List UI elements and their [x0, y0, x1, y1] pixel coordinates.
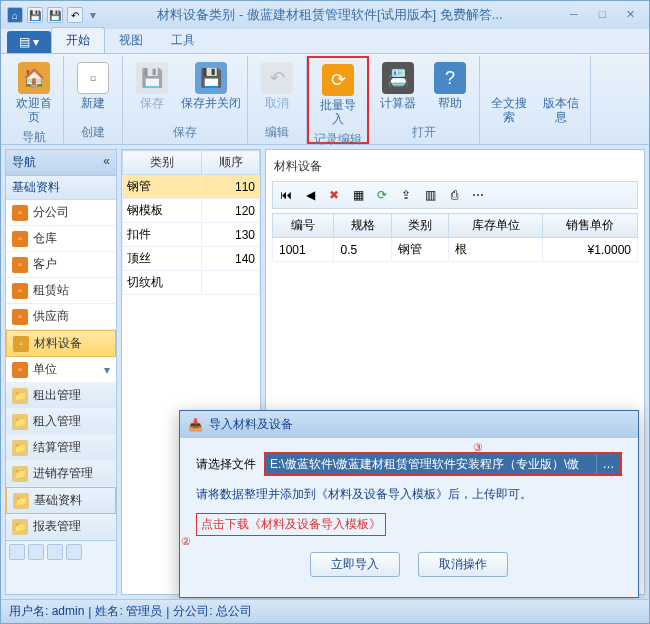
- sidebar-item[interactable]: ▫材料设备: [6, 330, 116, 357]
- status-user: 用户名: admin: [9, 603, 84, 620]
- quick-access-toolbar: ⌂ 💾 💾 ↶ ▾: [7, 7, 99, 23]
- sidebar-item-label: 进销存管理: [33, 465, 93, 482]
- file-path-input[interactable]: [266, 454, 596, 474]
- export-icon[interactable]: ⇪: [396, 185, 416, 205]
- new-button[interactable]: ▫新建: [68, 58, 118, 114]
- ribbon-tabs: ▤ ▾ 开始 视图 工具: [1, 29, 649, 53]
- ribbon-group-search: 全文搜索 版本信息: [480, 56, 591, 144]
- download-template-link[interactable]: 点击下载《材料及设备导入模板》: [196, 513, 386, 536]
- cancel-button[interactable]: ↶取消: [252, 58, 302, 114]
- tool-icon[interactable]: [9, 544, 25, 560]
- table-row[interactable]: 1001 0.5 钢管 根 ¥1.0000: [273, 238, 638, 262]
- version-button[interactable]: 版本信息: [536, 58, 586, 128]
- dialog-title: 📥导入材料及设备: [180, 411, 638, 438]
- ribbon: 🏠欢迎首页 导航 ▫新建 创建 💾保存 💾保存并关闭 保存 ↶取消 编辑: [1, 53, 649, 145]
- grid-icon[interactable]: ▦: [348, 185, 368, 205]
- table-row[interactable]: 扣件130: [123, 223, 260, 247]
- folder-icon: 📁: [12, 414, 28, 430]
- columns-icon[interactable]: ▥: [420, 185, 440, 205]
- tool-icon[interactable]: [47, 544, 63, 560]
- sidebar-folder[interactable]: 📁报表管理: [6, 514, 116, 540]
- browse-button[interactable]: …: [596, 454, 620, 474]
- status-branch: 分公司: 总公司: [173, 603, 252, 620]
- undo-icon[interactable]: ↶: [67, 7, 83, 23]
- batch-import-button[interactable]: ⟳批量导入: [313, 60, 363, 130]
- nav-first-icon[interactable]: ⏮: [276, 185, 296, 205]
- tool-icon[interactable]: [66, 544, 82, 560]
- folder-icon: 📁: [12, 519, 28, 535]
- chevron-down-icon: ▾: [104, 363, 110, 377]
- sidebar-folder[interactable]: 📁基础资料: [6, 487, 116, 514]
- sidebar-item-label: 仓库: [33, 230, 57, 247]
- sidebar-folder[interactable]: 📁进销存管理: [6, 461, 116, 487]
- window-title: 材料设备类别 - 傲蓝建材租赁管理软件[试用版本] 免费解答...: [99, 6, 561, 24]
- saveclose-button[interactable]: 💾保存并关闭: [179, 58, 243, 114]
- help-button[interactable]: ?帮助: [425, 58, 475, 114]
- refresh-icon[interactable]: ⟳: [372, 185, 392, 205]
- sidebar-collapse-icon[interactable]: «: [103, 154, 110, 171]
- ribbon-group-save: 💾保存 💾保存并关闭 保存: [123, 56, 248, 144]
- sidebar-folder[interactable]: 📁结算管理: [6, 435, 116, 461]
- maximize-button[interactable]: □: [589, 7, 615, 23]
- table-header-row: 编号 规格 类别 库存单位 销售单价: [273, 214, 638, 238]
- minimize-button[interactable]: ─: [561, 7, 587, 23]
- table-row[interactable]: 钢模板120: [123, 199, 260, 223]
- item-icon: ▫: [12, 231, 28, 247]
- welcome-button[interactable]: 🏠欢迎首页: [9, 58, 59, 128]
- sidebar-item-label: 结算管理: [33, 439, 81, 456]
- item-icon: ▫: [12, 309, 28, 325]
- import-icon: 📥: [188, 418, 203, 432]
- sidebar-item-label: 租出管理: [33, 387, 81, 404]
- tool-icon[interactable]: [28, 544, 44, 560]
- sidebar-item-label: 基础资料: [34, 492, 82, 509]
- save-button[interactable]: 💾保存: [127, 58, 177, 114]
- folder-icon: 📁: [13, 493, 29, 509]
- close-button[interactable]: ✕: [617, 7, 643, 23]
- table-header-row: 类别 顺序: [123, 151, 260, 175]
- sidebar-item[interactable]: ▫单位▾: [6, 357, 116, 383]
- calculator-button[interactable]: 📇计算器: [373, 58, 423, 114]
- col-order[interactable]: 顺序: [202, 151, 260, 175]
- import-ok-button[interactable]: 立即导入: [310, 552, 400, 577]
- sidebar-item[interactable]: ▫租赁站: [6, 278, 116, 304]
- tab-start[interactable]: 开始: [51, 27, 105, 53]
- table-row[interactable]: 钢管110: [123, 175, 260, 199]
- sidebar-folder[interactable]: 📁租出管理: [6, 383, 116, 409]
- app-menu-button[interactable]: ▤ ▾: [7, 31, 51, 53]
- sidebar-folder[interactable]: 📁租入管理: [6, 409, 116, 435]
- sidebar-item[interactable]: ▫仓库: [6, 226, 116, 252]
- item-icon: ▫: [12, 205, 28, 221]
- main-toolbar: ⏮ ◀ ✖ ▦ ⟳ ⇪ ▥ ⎙ ⋯: [272, 181, 638, 209]
- item-icon: ▫: [12, 257, 28, 273]
- delete-icon[interactable]: ✖: [324, 185, 344, 205]
- import-cancel-button[interactable]: 取消操作: [418, 552, 508, 577]
- tab-tools[interactable]: 工具: [157, 28, 209, 53]
- ribbon-group-nav: 🏠欢迎首页 导航: [5, 56, 64, 144]
- sidebar-item-label: 单位: [33, 361, 57, 378]
- sidebar-item[interactable]: ▫客户: [6, 252, 116, 278]
- more-icon[interactable]: ⋯: [468, 185, 488, 205]
- folder-icon: 📁: [12, 440, 28, 456]
- sidebar-folders: 📁租出管理📁租入管理📁结算管理📁进销存管理📁基础资料📁报表管理: [6, 383, 116, 540]
- table-row[interactable]: 切纹机: [123, 271, 260, 295]
- sidebar-item[interactable]: ▫供应商: [6, 304, 116, 330]
- ribbon-group-recordedit: ⟳批量导入 记录编辑: [307, 56, 369, 144]
- folder-icon: 📁: [12, 388, 28, 404]
- qat-dropdown[interactable]: ▾: [87, 8, 99, 22]
- fullsearch-button[interactable]: 全文搜索: [484, 58, 534, 128]
- titlebar: ⌂ 💾 💾 ↶ ▾ 材料设备类别 - 傲蓝建材租赁管理软件[试用版本] 免费解答…: [1, 1, 649, 29]
- table-row[interactable]: 顶丝140: [123, 247, 260, 271]
- tab-view[interactable]: 视图: [105, 28, 157, 53]
- nav-prev-icon[interactable]: ◀: [300, 185, 320, 205]
- sidebar-item-label: 供应商: [33, 308, 69, 325]
- print-icon[interactable]: ⎙: [444, 185, 464, 205]
- home-icon[interactable]: ⌂: [7, 7, 23, 23]
- sidebar-item[interactable]: ▫分公司: [6, 200, 116, 226]
- sidebar-item-label: 分公司: [33, 204, 69, 221]
- sidebar-section[interactable]: 基础资料: [6, 176, 116, 200]
- col-category[interactable]: 类别: [123, 151, 202, 175]
- ribbon-group-open: 📇计算器 ?帮助 打开: [369, 56, 480, 144]
- file-label: 请选择文件: [196, 456, 256, 473]
- saveclose-icon[interactable]: 💾: [47, 7, 63, 23]
- save-icon[interactable]: 💾: [27, 7, 43, 23]
